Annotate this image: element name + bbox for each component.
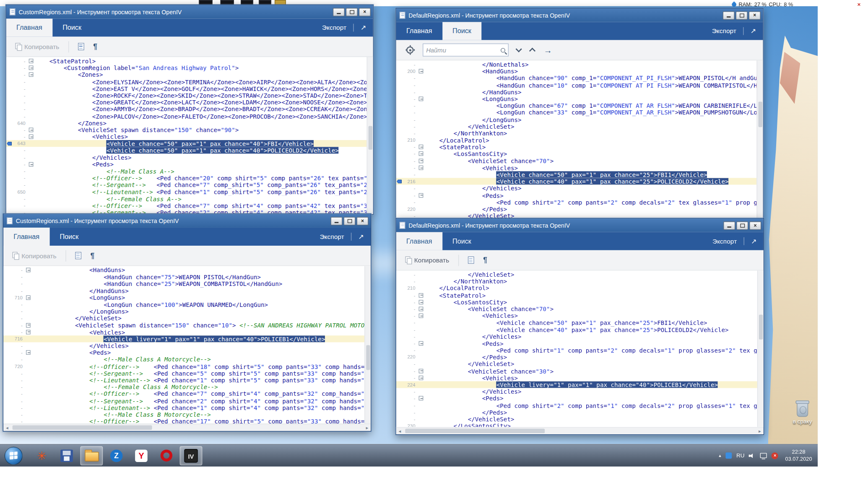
minimize-button[interactable] [723,221,735,229]
titlebar[interactable]: CustomRegions.xml - Инструмент просмотра… [3,214,371,228]
close-button[interactable]: × [749,11,761,19]
expand-icon[interactable]: ↗ [751,237,757,245]
clock[interactable]: 22:28 03.07.2020 [783,449,814,462]
minimize-button[interactable] [333,8,345,16]
fold-icon[interactable] [419,300,424,304]
vertical-scrollbar[interactable] [367,57,373,214]
fold-icon[interactable] [419,165,424,170]
fold-icon[interactable] [29,135,34,139]
fold-icon[interactable] [419,152,424,156]
tray-app-icon[interactable] [725,452,732,459]
tab-search[interactable]: Поиск [52,18,91,36]
horizontal-scrollbar[interactable]: ◄ ► [396,427,764,435]
titlebar[interactable]: CustomRegions.xml - Инструмент просмотра… [6,5,373,18]
code-view[interactable]: - <HandGuns>- <HandGun chance="75">WEAPO… [3,266,371,424]
fold-icon[interactable] [29,73,34,77]
fold-icon[interactable] [419,69,424,74]
minimize-button[interactable] [330,217,342,225]
network-icon[interactable] [760,453,767,458]
close-button[interactable]: × [356,217,368,225]
document-view-button[interactable] [73,39,88,54]
minimize-button[interactable] [723,11,735,19]
fold-icon[interactable] [419,293,424,298]
pilcrow-button[interactable]: ¶ [88,39,101,54]
code-view[interactable]: - </VehicleSet>- </NorthYankton>210 </Lo… [396,270,764,427]
taskbar-app-openiv[interactable]: IV [180,446,203,465]
taskbar-app-z[interactable]: Z [105,446,128,465]
fold-icon[interactable] [29,59,34,63]
expand-icon[interactable]: ↗ [361,24,366,32]
titlebar[interactable]: DefaultRegions.xml - Инструмент просмотр… [396,218,764,232]
maximize-button[interactable] [736,221,748,229]
close-button[interactable]: × [359,8,371,16]
tab-search[interactable]: Поиск [49,228,88,246]
recycle-bin[interactable]: в сраку [789,402,816,425]
scroll-left-arrow[interactable]: ◄ [5,426,9,429]
fold-icon[interactable] [26,350,31,355]
fold-icon[interactable] [419,369,424,373]
overlay-close-icon[interactable]: × [857,1,860,8]
fold-icon[interactable] [26,323,31,327]
tab-search[interactable]: Поиск [442,22,481,40]
scrollbar-thumb[interactable] [758,101,762,127]
document-view-button[interactable] [70,248,86,263]
fold-icon[interactable] [419,376,424,380]
pilcrow-button[interactable]: ¶ [86,248,99,263]
fold-icon[interactable] [26,295,31,300]
titlebar[interactable]: DefaultRegions.xml - Инструмент просмотр… [396,8,763,22]
tab-home[interactable]: Главная [396,232,442,250]
export-button[interactable]: Экспорт [320,233,344,240]
search-input[interactable] [426,47,499,53]
scrollbar-thumb[interactable] [759,314,762,340]
tray-alert-icon[interactable]: × [772,452,778,459]
fold-icon[interactable] [29,162,34,166]
scroll-left-arrow[interactable]: ◄ [398,429,402,433]
tab-search[interactable]: Поиск [442,232,481,250]
scroll-right-arrow[interactable]: ► [758,429,761,433]
search-field[interactable] [423,44,509,57]
fold-icon[interactable] [419,193,424,197]
scrollbar-thumb[interactable] [366,345,370,370]
taskbar-app-opera[interactable] [155,446,177,465]
export-button[interactable]: Экспорт [712,28,736,34]
vertical-scrollbar[interactable] [757,60,763,218]
fold-icon[interactable] [419,341,424,346]
scrollbar-thumb[interactable] [368,126,372,150]
vertical-scrollbar[interactable] [757,270,764,427]
fold-icon[interactable] [419,158,424,163]
taskbar-app-explorer[interactable] [80,446,103,465]
expand-icon[interactable]: ↗ [751,27,756,35]
copy-button[interactable]: Копировать [400,252,454,267]
taskbar-app-yandex[interactable]: Y [130,446,153,465]
fold-icon[interactable] [419,96,424,101]
export-button[interactable]: Экспорт [712,238,737,244]
find-prev-button[interactable] [525,42,539,57]
maximize-button[interactable] [346,8,358,16]
fold-icon[interactable] [26,330,31,334]
volume-icon[interactable] [749,452,756,459]
horizontal-scrollbar[interactable]: ◄ ► [3,423,371,431]
document-view-button[interactable] [463,252,478,267]
fold-icon[interactable] [419,145,424,149]
close-button[interactable]: × [749,221,761,229]
pilcrow-button[interactable]: ¶ [478,252,491,267]
scrollbar-thumb[interactable] [13,425,152,430]
fold-icon[interactable] [419,306,424,311]
vertical-scrollbar[interactable] [364,266,371,424]
code-view[interactable]: - <StatePatrol>- <CustomRegion label="Sa… [6,57,373,214]
maximize-button[interactable] [736,11,748,19]
scrollbar-thumb[interactable] [405,429,545,433]
taskbar-app-save[interactable] [55,446,78,465]
goto-button[interactable]: → [539,42,557,57]
tab-home[interactable]: Главная [3,228,49,246]
fold-icon[interactable] [419,314,424,318]
fold-icon[interactable] [29,127,34,132]
fold-icon[interactable] [26,268,31,273]
hidden-icons-chevron[interactable]: ▴ [719,453,721,458]
scroll-right-arrow[interactable]: ► [365,426,369,429]
export-button[interactable]: Экспорт [322,24,346,31]
find-next-button[interactable] [512,42,525,57]
code-view[interactable]: - </NonLethals>200 <HandGuns>- <HandGun … [396,60,763,218]
copy-button[interactable]: Копировать [11,39,64,54]
language-indicator[interactable]: RU [736,452,744,459]
